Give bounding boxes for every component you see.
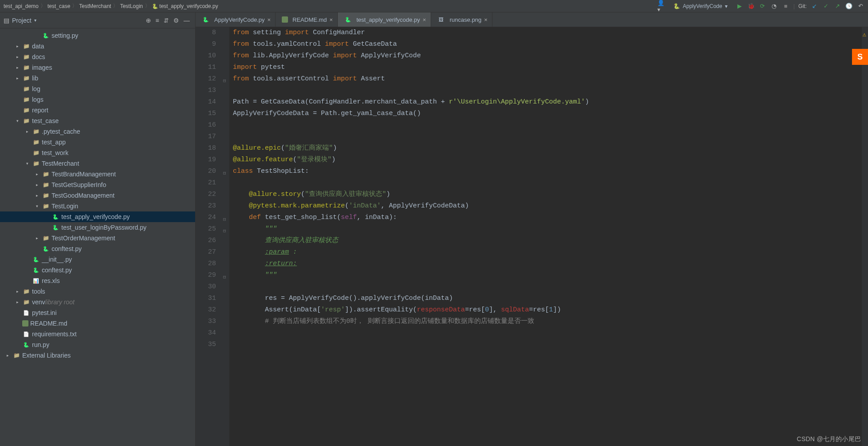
line-number[interactable]: 21 — [196, 177, 216, 189]
line-number[interactable]: 23 — [196, 200, 216, 212]
sogou-badge[interactable]: S — [852, 49, 868, 65]
git-history-icon[interactable]: 🕓 — [845, 2, 853, 10]
code-line[interactable] — [233, 85, 862, 96]
line-number[interactable]: 35 — [196, 339, 216, 350]
line-number[interactable]: 22 — [196, 189, 216, 200]
code-line[interactable]: """ — [233, 270, 862, 281]
code-line[interactable]: from tools.assertControl import Assert — [233, 73, 862, 85]
chevron-down-icon[interactable]: ▾ — [34, 18, 36, 23]
warning-icon[interactable]: ⚠ — [863, 29, 866, 40]
line-number[interactable]: 29 — [196, 270, 216, 281]
line-number[interactable]: 31 — [196, 293, 216, 304]
breadcrumb-item[interactable]: TestMerchant — [79, 3, 111, 9]
tree-item[interactable]: TestMerchant — [0, 158, 195, 169]
run-icon[interactable]: ▶ — [736, 2, 744, 10]
code-line[interactable] — [233, 281, 862, 293]
line-number[interactable]: 20 — [196, 166, 216, 177]
tree-item[interactable]: setting.py — [0, 30, 195, 41]
editor-tab[interactable]: README.md× — [276, 12, 338, 27]
line-number[interactable]: 34 — [196, 327, 216, 339]
line-number[interactable]: 15 — [196, 108, 216, 119]
error-strip[interactable] — [862, 27, 868, 446]
code-line[interactable]: @allure.epic("婚奢汇商家端") — [233, 143, 862, 154]
tree-chevron-icon[interactable] — [14, 300, 20, 304]
tree-item[interactable]: test_app — [0, 137, 195, 147]
tree-item[interactable]: test_user_loginByPassword.py — [0, 222, 195, 233]
fold-marker[interactable] — [223, 223, 229, 235]
tree-chevron-icon[interactable] — [24, 161, 30, 166]
code-line[interactable] — [233, 339, 862, 350]
breadcrumb-item[interactable]: test_api_demo — [4, 3, 39, 9]
code-line[interactable]: from setting import ConfigHandler — [233, 27, 862, 39]
breadcrumb-item[interactable]: test_case — [48, 3, 70, 9]
fold-strip[interactable] — [223, 27, 229, 446]
tree-item[interactable]: docs — [0, 52, 195, 62]
line-number[interactable]: 16 — [196, 119, 216, 131]
line-number[interactable]: 19 — [196, 154, 216, 166]
code-line[interactable]: res = ApplyVerifyCode().applyVerifyCode(… — [233, 293, 862, 304]
breadcrumb-item[interactable]: TestLogin — [120, 3, 143, 9]
line-number[interactable]: 26 — [196, 235, 216, 247]
line-number[interactable]: 17 — [196, 131, 216, 143]
tree-item[interactable]: TestGetSupplierInfo — [0, 179, 195, 190]
git-commit-icon[interactable]: ✓ — [822, 2, 830, 10]
close-icon[interactable]: × — [423, 16, 426, 23]
code-line[interactable]: Assert(inData['resp']).assertEquality(re… — [233, 304, 862, 316]
editor-tab[interactable]: ApplyVerifyCode.py× — [196, 12, 276, 27]
tree-item[interactable]: TestLogin — [0, 201, 195, 211]
line-number[interactable]: 8 — [196, 27, 216, 39]
tree-chevron-icon[interactable] — [34, 193, 40, 198]
coverage-icon[interactable]: ⟳ — [759, 2, 767, 10]
line-number[interactable]: 24 — [196, 212, 216, 223]
tree-item[interactable]: test_case — [0, 115, 195, 126]
tree-item[interactable]: README.md — [0, 318, 195, 329]
stop-icon[interactable]: ■ — [782, 2, 790, 10]
line-number[interactable]: 30 — [196, 281, 216, 293]
line-number[interactable]: 25 — [196, 223, 216, 235]
line-number[interactable]: 10 — [196, 50, 216, 62]
code-line[interactable]: # 判断当店铺列表数组不为0时， 则断言接口返回的店铺数量和数据库的店铺数量是否… — [233, 316, 862, 327]
tree-chevron-icon[interactable] — [4, 353, 11, 358]
line-number[interactable]: 13 — [196, 85, 216, 96]
code-line[interactable]: class TestShopList: — [233, 166, 862, 177]
git-update-icon[interactable]: ↙ — [810, 2, 818, 10]
tree-chevron-icon[interactable] — [14, 65, 20, 70]
line-number[interactable]: 11 — [196, 62, 216, 73]
tree-item[interactable]: test_work — [0, 147, 195, 158]
tree-item[interactable]: External Libraries — [0, 350, 195, 361]
tree-item[interactable]: data — [0, 41, 195, 52]
settings-icon[interactable]: ⚙ — [172, 16, 181, 25]
tree-item[interactable]: lib — [0, 73, 195, 84]
close-icon[interactable]: × — [267, 16, 271, 23]
tree-chevron-icon[interactable] — [14, 76, 20, 80]
editor-tab[interactable]: runcase.png× — [431, 12, 492, 27]
tree-item[interactable]: res.xls — [0, 275, 195, 286]
tree-chevron-icon[interactable] — [34, 183, 40, 187]
profile-icon[interactable]: ◔ — [770, 2, 778, 10]
collapse-all-icon[interactable]: ⇵ — [162, 16, 171, 25]
line-number[interactable]: 27 — [196, 247, 216, 258]
tree-item[interactable]: test_apply_verifycode.py — [0, 211, 195, 222]
run-config-selector[interactable]: 🐍 ApplyVerifyCode ▾ — [669, 2, 732, 10]
tree-chevron-icon[interactable] — [14, 289, 20, 294]
hide-icon[interactable]: — — [182, 16, 192, 25]
code-line[interactable]: import pytest — [233, 62, 862, 73]
code-line[interactable]: :param : — [233, 247, 862, 258]
locate-icon[interactable]: ⊕ — [144, 16, 153, 25]
line-number[interactable]: 28 — [196, 258, 216, 270]
fold-marker[interactable] — [223, 73, 229, 85]
tree-item[interactable]: .pytest_cache — [0, 126, 195, 137]
line-number[interactable]: 32 — [196, 304, 216, 316]
fold-marker[interactable] — [223, 212, 229, 223]
tree-item[interactable]: report — [0, 105, 195, 115]
editor-tab[interactable]: test_apply_verifycode.py× — [338, 12, 431, 27]
tree-item[interactable]: TestGoodManagement — [0, 190, 195, 201]
tree-item[interactable]: requirements.txt — [0, 329, 195, 339]
user-icon[interactable]: 👤▾ — [657, 2, 665, 10]
code-line[interactable] — [233, 119, 862, 131]
code-line[interactable]: @allure.feature("登录模块") — [233, 154, 862, 166]
tree-chevron-icon[interactable] — [14, 55, 20, 59]
line-number[interactable]: 9 — [196, 39, 216, 50]
code-line[interactable]: ApplyVerifyCodeData = Path.get_yaml_case… — [233, 108, 862, 119]
breadcrumb-item[interactable]: 🐍 test_apply_verifycode.py — [152, 3, 218, 9]
